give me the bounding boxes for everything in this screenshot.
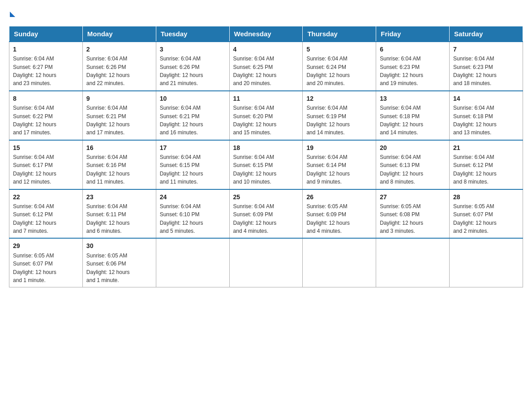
day-info: Sunrise: 6:04 AMSunset: 6:18 PMDaylight:…: [380, 105, 423, 136]
day-number: 1: [13, 45, 79, 54]
day-number: 13: [380, 94, 446, 103]
day-cell: [303, 238, 376, 287]
day-number: 28: [453, 193, 519, 201]
day-cell: 28 Sunrise: 6:05 AMSunset: 6:07 PMDaylig…: [450, 189, 523, 239]
weekday-header-wednesday: Wednesday: [229, 26, 303, 42]
week-row-2: 8 Sunrise: 6:04 AMSunset: 6:22 PMDayligh…: [9, 91, 523, 140]
day-number: 18: [233, 143, 299, 152]
day-number: 4: [233, 45, 299, 54]
day-number: 11: [233, 94, 299, 103]
day-cell: 29 Sunrise: 6:05 AMSunset: 6:07 PMDaylig…: [9, 238, 83, 287]
day-cell: 9 Sunrise: 6:04 AMSunset: 6:21 PMDayligh…: [82, 91, 156, 140]
day-info: Sunrise: 6:04 AMSunset: 6:15 PMDaylight:…: [160, 154, 203, 185]
day-info: Sunrise: 6:05 AMSunset: 6:06 PMDaylight:…: [86, 253, 130, 283]
weekday-header-sunday: Sunday: [9, 26, 83, 42]
day-info: Sunrise: 6:04 AMSunset: 6:20 PMDaylight:…: [233, 105, 277, 136]
day-cell: 19 Sunrise: 6:04 AMSunset: 6:14 PMDaylig…: [303, 140, 376, 189]
day-number: 23: [86, 193, 152, 201]
day-info: Sunrise: 6:05 AMSunset: 6:09 PMDaylight:…: [306, 203, 350, 234]
day-info: Sunrise: 6:04 AMSunset: 6:26 PMDaylight:…: [160, 56, 203, 86]
day-number: 5: [306, 45, 372, 54]
day-cell: 1 Sunrise: 6:04 AMSunset: 6:27 PMDayligh…: [9, 42, 83, 91]
day-info: Sunrise: 6:04 AMSunset: 6:18 PMDaylight:…: [453, 105, 497, 136]
day-cell: 21 Sunrise: 6:04 AMSunset: 6:12 PMDaylig…: [450, 140, 523, 189]
day-cell: 7 Sunrise: 6:04 AMSunset: 6:23 PMDayligh…: [450, 42, 523, 91]
weekday-header-thursday: Thursday: [303, 26, 376, 42]
day-cell: 18 Sunrise: 6:04 AMSunset: 6:15 PMDaylig…: [229, 140, 303, 189]
day-info: Sunrise: 6:04 AMSunset: 6:12 PMDaylight:…: [453, 154, 497, 185]
day-info: Sunrise: 6:04 AMSunset: 6:23 PMDaylight:…: [380, 56, 423, 86]
day-cell: [229, 238, 303, 287]
day-cell: [156, 238, 229, 287]
day-cell: 4 Sunrise: 6:04 AMSunset: 6:25 PMDayligh…: [229, 42, 303, 91]
day-info: Sunrise: 6:04 AMSunset: 6:27 PMDaylight:…: [13, 56, 56, 86]
day-info: Sunrise: 6:04 AMSunset: 6:16 PMDaylight:…: [86, 154, 130, 185]
day-info: Sunrise: 6:05 AMSunset: 6:07 PMDaylight:…: [13, 253, 56, 283]
day-number: 26: [306, 193, 372, 201]
day-cell: 11 Sunrise: 6:04 AMSunset: 6:20 PMDaylig…: [229, 91, 303, 140]
logo: [9, 9, 15, 21]
day-cell: 16 Sunrise: 6:04 AMSunset: 6:16 PMDaylig…: [82, 140, 156, 189]
day-cell: 15 Sunrise: 6:04 AMSunset: 6:17 PMDaylig…: [9, 140, 83, 189]
day-number: 29: [13, 241, 79, 250]
day-cell: 24 Sunrise: 6:04 AMSunset: 6:10 PMDaylig…: [156, 189, 229, 239]
day-info: Sunrise: 6:04 AMSunset: 6:22 PMDaylight:…: [13, 105, 56, 136]
day-info: Sunrise: 6:04 AMSunset: 6:14 PMDaylight:…: [306, 154, 350, 185]
day-cell: 13 Sunrise: 6:04 AMSunset: 6:18 PMDaylig…: [376, 91, 450, 140]
weekday-header-saturday: Saturday: [450, 26, 523, 42]
calendar-table: SundayMondayTuesdayWednesdayThursdayFrid…: [9, 26, 523, 287]
day-info: Sunrise: 6:04 AMSunset: 6:11 PMDaylight:…: [86, 203, 130, 234]
day-info: Sunrise: 6:04 AMSunset: 6:25 PMDaylight:…: [233, 56, 277, 86]
logo-triangle-icon: [10, 12, 15, 17]
day-number: 10: [160, 94, 226, 103]
day-info: Sunrise: 6:04 AMSunset: 6:19 PMDaylight:…: [306, 105, 350, 136]
day-cell: 26 Sunrise: 6:05 AMSunset: 6:09 PMDaylig…: [303, 189, 376, 239]
day-number: 8: [13, 94, 79, 103]
day-number: 12: [306, 94, 372, 103]
day-info: Sunrise: 6:04 AMSunset: 6:13 PMDaylight:…: [380, 154, 423, 185]
day-info: Sunrise: 6:04 AMSunset: 6:23 PMDaylight:…: [453, 56, 497, 86]
day-number: 14: [453, 94, 519, 103]
week-row-1: 1 Sunrise: 6:04 AMSunset: 6:27 PMDayligh…: [9, 42, 523, 91]
day-cell: 30 Sunrise: 6:05 AMSunset: 6:06 PMDaylig…: [82, 238, 156, 287]
day-info: Sunrise: 6:04 AMSunset: 6:09 PMDaylight:…: [233, 203, 277, 234]
day-number: 19: [306, 143, 372, 152]
day-number: 15: [13, 143, 79, 152]
day-cell: 23 Sunrise: 6:04 AMSunset: 6:11 PMDaylig…: [82, 189, 156, 239]
day-info: Sunrise: 6:04 AMSunset: 6:15 PMDaylight:…: [233, 154, 277, 185]
day-number: 17: [160, 143, 226, 152]
day-number: 9: [86, 94, 152, 103]
day-info: Sunrise: 6:05 AMSunset: 6:07 PMDaylight:…: [453, 203, 497, 234]
day-cell: 20 Sunrise: 6:04 AMSunset: 6:13 PMDaylig…: [376, 140, 450, 189]
day-cell: 3 Sunrise: 6:04 AMSunset: 6:26 PMDayligh…: [156, 42, 229, 91]
day-cell: 5 Sunrise: 6:04 AMSunset: 6:24 PMDayligh…: [303, 42, 376, 91]
day-number: 2: [86, 45, 152, 54]
weekday-header-monday: Monday: [82, 26, 156, 42]
day-number: 24: [160, 193, 226, 201]
day-number: 7: [453, 45, 519, 54]
day-number: 6: [380, 45, 446, 54]
day-cell: 2 Sunrise: 6:04 AMSunset: 6:26 PMDayligh…: [82, 42, 156, 91]
day-cell: [450, 238, 523, 287]
day-info: Sunrise: 6:04 AMSunset: 6:10 PMDaylight:…: [160, 203, 203, 234]
header: [9, 9, 523, 21]
day-info: Sunrise: 6:04 AMSunset: 6:17 PMDaylight:…: [13, 154, 56, 185]
weekday-header-row: SundayMondayTuesdayWednesdayThursdayFrid…: [9, 26, 523, 42]
weekday-header-friday: Friday: [376, 26, 450, 42]
week-row-3: 15 Sunrise: 6:04 AMSunset: 6:17 PMDaylig…: [9, 140, 523, 189]
day-info: Sunrise: 6:04 AMSunset: 6:21 PMDaylight:…: [160, 105, 203, 136]
day-info: Sunrise: 6:04 AMSunset: 6:26 PMDaylight:…: [86, 56, 130, 86]
day-info: Sunrise: 6:05 AMSunset: 6:08 PMDaylight:…: [380, 203, 423, 234]
day-cell: 17 Sunrise: 6:04 AMSunset: 6:15 PMDaylig…: [156, 140, 229, 189]
day-cell: 25 Sunrise: 6:04 AMSunset: 6:09 PMDaylig…: [229, 189, 303, 239]
day-number: 20: [380, 143, 446, 152]
day-number: 3: [160, 45, 226, 54]
day-number: 25: [233, 193, 299, 201]
day-cell: 12 Sunrise: 6:04 AMSunset: 6:19 PMDaylig…: [303, 91, 376, 140]
day-number: 30: [86, 241, 152, 250]
day-number: 22: [13, 193, 79, 201]
day-info: Sunrise: 6:04 AMSunset: 6:24 PMDaylight:…: [306, 56, 350, 86]
day-number: 27: [380, 193, 446, 201]
day-cell: 6 Sunrise: 6:04 AMSunset: 6:23 PMDayligh…: [376, 42, 450, 91]
weekday-header-tuesday: Tuesday: [156, 26, 229, 42]
